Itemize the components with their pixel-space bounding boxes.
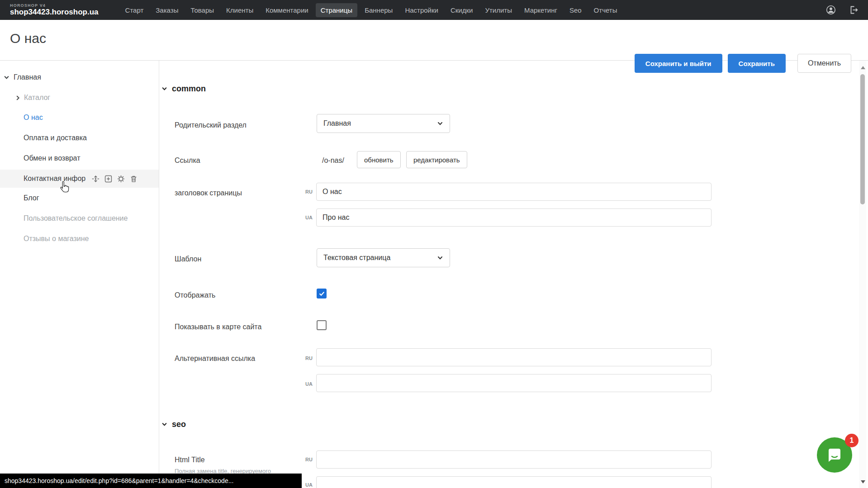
alt-link-ua-input[interactable]: [316, 374, 711, 392]
lang-badge-ua: UA: [305, 381, 313, 387]
sidebar-item-label: Пользовательское соглашение: [24, 214, 128, 223]
lang-badge-ru: RU: [305, 457, 313, 462]
lang-badge-ua: UA: [305, 215, 313, 220]
sidebar-item-kontaktnaya[interactable]: Контактная инфор: [0, 170, 159, 188]
page-title: О нас: [10, 31, 46, 46]
lang-badge-ru: RU: [305, 189, 313, 194]
sidebar-item-label: О нас: [24, 114, 43, 122]
template-label: Шаблон: [175, 255, 201, 263]
chevron-down-icon[interactable]: [4, 75, 9, 81]
sidebar-item-label: Оплата и доставка: [24, 134, 87, 142]
nav-comments[interactable]: Комментарии: [261, 3, 313, 17]
html-title-label: Html Title: [175, 456, 205, 464]
sidebar-item-katalog[interactable]: Каталог: [0, 89, 159, 107]
chevron-down-icon: [437, 255, 443, 261]
page-title-ua-input[interactable]: [316, 208, 711, 227]
vertical-scrollbar[interactable]: [859, 61, 866, 488]
link-label: Ссылка: [175, 156, 200, 165]
topbar-right-icons: [825, 5, 859, 15]
pages-tree-sidebar: Главная Каталог О нас Оплата и доставка …: [0, 61, 159, 488]
lang-badge-ua: UA: [305, 482, 313, 488]
brand-domain-label: shop34423.horoshop.ua: [10, 8, 99, 16]
delete-trash-icon[interactable]: [130, 175, 138, 183]
sidebar-divider: [159, 61, 159, 488]
nav-pages[interactable]: Страницы: [316, 3, 357, 17]
nav-products[interactable]: Товары: [185, 3, 219, 17]
page-title-label: заголовок страницы: [175, 189, 242, 197]
check-icon: [318, 290, 325, 297]
save-button[interactable]: Сохранить: [728, 54, 786, 73]
header-buttons: Сохранить и выйти Сохранить Отменить: [635, 54, 851, 73]
section-title: common: [172, 84, 206, 94]
nav-start[interactable]: Старт: [120, 3, 149, 17]
display-checkbox[interactable]: [317, 289, 327, 298]
nav-utilities[interactable]: Утилиты: [480, 3, 517, 17]
sidebar-item-label: Каталог: [24, 94, 50, 102]
sitemap-label: Показывать в карте сайта: [175, 323, 261, 331]
nav-banners[interactable]: Баннеры: [360, 3, 398, 17]
sidebar-item-o-nas[interactable]: О нас: [0, 109, 159, 127]
alt-link-ru-input[interactable]: [316, 348, 711, 366]
page-title-ru-input[interactable]: [316, 183, 711, 201]
nav-marketing[interactable]: Маркетинг: [519, 3, 562, 17]
chevron-down-icon: [437, 120, 443, 127]
topbar: HOROSHOP V4 shop34423.horoshop.ua Старт …: [0, 0, 868, 20]
sidebar-item-label: Обмен и возврат: [24, 154, 80, 162]
nav-seo[interactable]: Seo: [564, 3, 587, 17]
sidebar-item-label: Блог: [24, 194, 39, 202]
chat-unread-badge: 1: [845, 434, 859, 447]
move-icon[interactable]: [92, 175, 100, 183]
select-value: Текстовая страница: [323, 254, 390, 262]
top-navigation: Старт Заказы Товары Клиенты Комментарии …: [120, 3, 622, 17]
html-title-ru-input[interactable]: [316, 450, 711, 469]
nav-orders[interactable]: Заказы: [151, 3, 183, 17]
sidebar-item-soglashenie[interactable]: Пользовательское соглашение: [0, 209, 159, 227]
sitemap-checkbox[interactable]: [317, 320, 327, 330]
status-url-text: shop34423.horoshop.ua/edit/edit.php?id=6…: [5, 477, 233, 484]
display-label: Отображать: [175, 291, 215, 299]
sidebar-item-oplata[interactable]: Оплата и доставка: [0, 129, 159, 147]
nav-discounts[interactable]: Скидки: [446, 3, 478, 17]
link-path-value: /o-nas/: [322, 156, 344, 165]
user-account-icon[interactable]: [825, 5, 836, 15]
parent-section-select[interactable]: Главная: [317, 114, 450, 133]
section-title: seo: [172, 420, 186, 429]
sidebar-item-label: Главная: [14, 73, 41, 81]
alt-link-label: Альтернативная ссылка: [175, 355, 255, 363]
chevron-down-icon: [161, 422, 167, 427]
template-select[interactable]: Текстовая страница: [317, 248, 450, 267]
nav-reports[interactable]: Отчеты: [589, 3, 622, 17]
cancel-button[interactable]: Отменить: [797, 54, 851, 73]
logout-icon[interactable]: [848, 5, 859, 15]
sidebar-item-label: Отзывы о магазине: [24, 235, 89, 243]
chevron-down-icon: [161, 86, 167, 92]
sidebar-item-otzyvy[interactable]: Отзывы о магазине: [0, 230, 159, 248]
link-edit-button[interactable]: редактировать: [406, 151, 467, 168]
scroll-up-arrow-icon[interactable]: [861, 66, 865, 69]
page-header: О нас Сохранить и выйти Сохранить Отмени…: [0, 20, 868, 61]
html-title-ua-input[interactable]: [316, 476, 711, 488]
save-and-exit-button[interactable]: Сохранить и выйти: [635, 54, 722, 73]
select-value: Главная: [323, 119, 351, 128]
scrollbar-thumb[interactable]: [860, 74, 865, 204]
scroll-down-arrow-icon[interactable]: [861, 480, 865, 483]
link-refresh-button[interactable]: обновить: [357, 151, 401, 168]
chat-unread-count: 1: [850, 436, 854, 445]
chat-bubble-icon: [825, 445, 844, 464]
nav-clients[interactable]: Клиенты: [221, 3, 258, 17]
parent-section-label: Родительский раздел: [175, 121, 247, 129]
sidebar-item-glavnaya[interactable]: Главная: [0, 68, 159, 86]
settings-gear-icon[interactable]: [117, 175, 125, 183]
brand-logo[interactable]: HOROSHOP V4 shop34423.horoshop.ua: [10, 4, 99, 16]
sidebar-item-label: Контактная инфор: [24, 175, 85, 183]
nav-settings[interactable]: Настройки: [400, 3, 443, 17]
section-seo-toggle[interactable]: seo: [161, 420, 186, 429]
sidebar-item-actions: [92, 175, 138, 183]
add-page-icon[interactable]: [104, 175, 112, 183]
section-common-toggle[interactable]: common: [161, 84, 206, 94]
sidebar-item-obmen[interactable]: Обмен и возврат: [0, 149, 159, 167]
lang-badge-ru: RU: [305, 355, 313, 361]
link-preview-statusbar: shop34423.horoshop.ua/edit/edit.php?id=6…: [0, 474, 302, 488]
chevron-right-icon[interactable]: [15, 95, 21, 101]
sidebar-item-blog[interactable]: Блог: [0, 189, 159, 207]
